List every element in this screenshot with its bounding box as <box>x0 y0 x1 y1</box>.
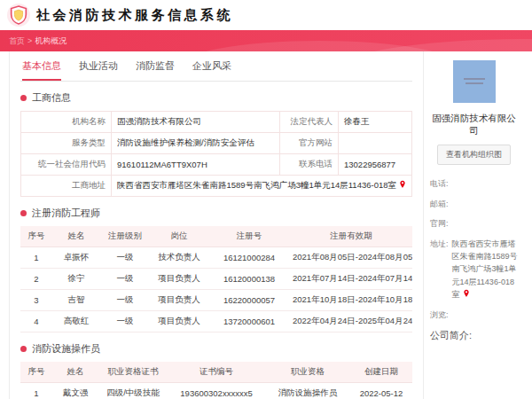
table-header-row: 序号 姓名 职业资格证书 证书编号 职业资格 创建日期 <box>20 362 412 383</box>
shield-icon <box>7 4 30 27</box>
location-pin-icon[interactable] <box>463 289 470 301</box>
section-title-text: 注册消防工程师 <box>32 207 100 220</box>
section-dot-icon <box>20 210 27 216</box>
cell-name: 徐宁 <box>52 269 100 290</box>
cell-validity: 2022年04月24日-2025年04月24日 <box>290 311 412 332</box>
table-row: 服务类型 消防设施维护保养检测/消防安全评估 官方网站 <box>21 133 412 154</box>
breadcrumb-separator: > <box>27 36 32 45</box>
col-created: 创建日期 <box>350 362 412 383</box>
col-level: 注册级别 <box>100 226 150 247</box>
section-dot-icon <box>20 95 27 101</box>
tab-basic-info[interactable]: 基本信息 <box>22 59 61 81</box>
col-validity: 注册有效期 <box>290 226 412 247</box>
cell-seq: 2 <box>20 269 52 290</box>
cell-seq: 1 <box>20 383 52 399</box>
org-name-value: 固强消防技术有限公司 <box>112 112 280 133</box>
section-dot-icon <box>20 346 27 352</box>
cell-position: 项目负责人 <box>150 290 208 311</box>
cell-reg-no: 16220000057 <box>208 290 290 311</box>
breadcrumb: 首页>机构概况 <box>0 30 532 47</box>
section-operators: 消防设施操作员 <box>20 342 412 356</box>
logo-watermark <box>466 82 483 84</box>
engineers-table: 序号 姓名 注册级别 岗位 注册号 注册有效期 1 卓振怀 一级 技术负责人 1… <box>20 226 412 332</box>
address-value-cell: 陕西省西安市雁塔区朱雀南路1589号南飞鸿广场3幢1单元14层11436-018… <box>112 176 412 197</box>
table-row: 2 徐宁 一级 项目负责人 16120000138 2021年07月14日-20… <box>20 269 412 290</box>
sidebar-address-row: 地址: 陕西省西安市雁塔区朱雀南路1589号南飞鸿广场3幢1单元14层11436… <box>430 238 518 302</box>
operators-table: 序号 姓名 职业资格证书 证书编号 职业资格 创建日期 1 戴文强 四级/中级技… <box>20 362 412 399</box>
col-cert: 职业资格证书 <box>98 362 168 383</box>
address-label: 工商地址 <box>21 176 112 197</box>
col-seq: 序号 <box>20 362 52 383</box>
table-row: 工商地址 陕西省西安市雁塔区朱雀南路1589号南飞鸿广场3幢1单元14层1143… <box>21 176 412 197</box>
table-row: 3 吉智 一级 项目负责人 16220000057 2021年10月18日-20… <box>20 290 412 311</box>
breadcrumb-home-link[interactable]: 首页 <box>9 36 25 45</box>
cell-level: 一级 <box>100 311 150 332</box>
table-row: 4 高敬红 一级 项目负责人 13720000601 2022年04月24日-2… <box>20 311 412 332</box>
cell-qualification: 消防设施操作员 <box>265 383 350 399</box>
cell-position: 技术负责人 <box>150 247 208 269</box>
cell-level: 一级 <box>100 247 150 269</box>
tab-bar: 基本信息 执业活动 消防监督 企业风采 <box>20 51 412 82</box>
app-header: 社会消防技术服务信息系统 <box>0 0 532 30</box>
location-pin-icon[interactable] <box>399 180 406 191</box>
tab-practice-activity[interactable]: 执业活动 <box>79 59 118 81</box>
cell-reg-no: 13720000601 <box>208 311 290 332</box>
business-info-table: 机构名称 固强消防技术有限公司 法定代表人 徐春王 服务类型 消防设施维护保养检… <box>20 111 412 197</box>
cell-name: 戴文强 <box>52 383 98 399</box>
website-value <box>339 133 412 154</box>
col-seq: 序号 <box>20 226 52 247</box>
section-title-text: 工商信息 <box>32 91 71 105</box>
cell-name: 高敬红 <box>52 311 100 332</box>
table-header-row: 序号 姓名 注册级别 岗位 注册号 注册有效期 <box>20 226 412 247</box>
tab-company-showcase[interactable]: 企业风采 <box>192 59 231 81</box>
breadcrumb-banner: 首页>机构概况 <box>0 30 532 51</box>
phone-label: 联系电话 <box>280 154 339 176</box>
address-value: 陕西省西安市雁塔区朱雀南路1589号南飞鸿广场3幢1单元14层11436-018… <box>117 180 396 190</box>
sidebar-phone-row: 电话: <box>430 177 518 190</box>
col-reg-no: 注册号 <box>208 226 290 247</box>
tab-fire-supervision[interactable]: 消防监督 <box>136 59 175 81</box>
phone-label: 电话: <box>430 177 449 190</box>
table-row: 统一社会信用代码 91610112MA6TT9X07H 联系电话 1302295… <box>21 154 412 176</box>
col-qualification: 职业资格 <box>265 362 350 383</box>
section-engineers: 注册消防工程师 <box>20 207 412 220</box>
phone-value: 13022956877 <box>339 154 412 176</box>
sidebar-company-name: 固强消防技术有限公司 <box>430 112 518 137</box>
col-name: 姓名 <box>52 362 98 383</box>
views-label: 浏览: <box>430 309 449 321</box>
company-logo-placeholder <box>453 60 496 103</box>
table-row: 机构名称 固强消防技术有限公司 法定代表人 徐春王 <box>21 112 412 133</box>
sidebar-email-row: 邮箱: <box>430 198 518 210</box>
view-org-chart-button[interactable]: 查看机构组织图 <box>437 145 511 165</box>
address-label: 地址: <box>430 238 449 302</box>
page-title: 社会消防技术服务信息系统 <box>36 7 233 24</box>
table-row: 1 卓振怀 一级 技术负责人 16121000284 2021年08月05日-2… <box>20 247 412 269</box>
cell-reg-no: 16121000284 <box>208 247 290 269</box>
col-name: 姓名 <box>52 226 100 247</box>
cell-cert: 四级/中级技能 <box>98 383 168 399</box>
cell-level: 一级 <box>100 290 150 311</box>
company-sidebar: 固强消防技术有限公司 查看机构组织图 电话: 邮箱: 官网: 地址: 陕西省西安… <box>424 51 521 399</box>
main-panel: 基本信息 执业活动 消防监督 企业风采 工商信息 机构名称 固强消防技术有限公司… <box>9 51 424 399</box>
cell-name: 卓振怀 <box>52 247 100 269</box>
table-row: 1 戴文强 四级/中级技能 193600302xxxxxx5 消防设施操作员 2… <box>20 383 412 399</box>
section-title-text: 消防设施操作员 <box>32 342 100 356</box>
section-business-info: 工商信息 <box>20 91 412 105</box>
legal-rep-value: 徐春王 <box>339 112 412 133</box>
breadcrumb-current: 机构概况 <box>35 36 66 45</box>
address-value: 陕西省西安市雁塔区朱雀南路1589号南飞鸿广场3幢1单元14层11436-018… <box>452 238 518 302</box>
legal-rep-label: 法定代表人 <box>280 112 339 133</box>
company-profile-label: 公司简介: <box>430 329 518 342</box>
cell-validity: 2021年10月18日-2024年10月18日 <box>290 290 412 311</box>
org-name-label: 机构名称 <box>21 112 112 133</box>
website-label: 官网: <box>430 217 449 230</box>
sidebar-website-row: 官网: <box>430 217 518 230</box>
cell-position: 项目负责人 <box>150 269 208 290</box>
cell-position: 项目负责人 <box>150 311 208 332</box>
cell-cert-no: 193600302xxxxxx5 <box>168 383 265 399</box>
service-type-label: 服务类型 <box>21 133 112 154</box>
website-label: 官方网站 <box>280 133 339 154</box>
col-position: 岗位 <box>150 226 208 247</box>
cell-seq: 1 <box>20 247 52 269</box>
col-cert-no: 证书编号 <box>168 362 265 383</box>
